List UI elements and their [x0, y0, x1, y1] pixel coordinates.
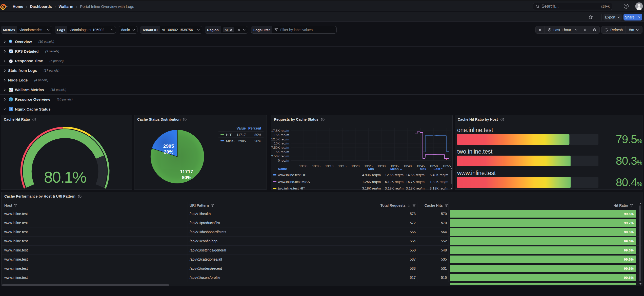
- svg-text:5K req/m: 5K req/m: [276, 150, 289, 154]
- svg-text:two.inline.test: two.inline.test: [457, 148, 493, 155]
- svg-text:14.5K req/m: 14.5K req/m: [406, 173, 425, 177]
- svg-text:80.4: 80.4: [616, 176, 637, 189]
- svg-text:Max: Max: [420, 167, 427, 171]
- svg-text:80.3: 80.3: [616, 154, 637, 167]
- svg-text:www.inline.test MISS: www.inline.test MISS: [278, 180, 310, 184]
- svg-text:6.12K req/m: 6.12K req/m: [385, 180, 404, 184]
- svg-text:20%: 20%: [164, 149, 173, 155]
- svg-text:%: %: [637, 181, 642, 187]
- svg-text:1.32K req/m: 1.32K req/m: [430, 180, 448, 184]
- svg-text:2905: 2905: [163, 143, 174, 149]
- svg-text:11717: 11717: [180, 169, 193, 174]
- svg-text:Min: Min: [368, 167, 374, 171]
- svg-text:4.93K req/m: 4.93K req/m: [362, 173, 381, 177]
- svg-text:17.5K req/m: 17.5K req/m: [271, 129, 289, 133]
- svg-text:16.7K req/m: 16.7K req/m: [406, 180, 425, 184]
- svg-text:80.1%: 80.1%: [44, 168, 86, 186]
- svg-text:15K req/m: 15K req/m: [274, 133, 289, 137]
- svg-text:5.40K req/m: 5.40K req/m: [430, 173, 448, 177]
- svg-text:7.50K req/m: 7.50K req/m: [271, 146, 289, 150]
- svg-text:two.inline.test HIT: two.inline.test HIT: [278, 186, 305, 189]
- svg-text:one.inline.test: one.inline.test: [457, 127, 493, 133]
- svg-text:11717: 11717: [236, 133, 246, 137]
- svg-text:3.18K req/m: 3.18K req/m: [362, 186, 381, 189]
- svg-text:HIT: HIT: [226, 133, 232, 137]
- svg-text:80%: 80%: [182, 175, 191, 180]
- svg-text:1.25K req/m: 1.25K req/m: [362, 180, 381, 184]
- svg-text:13:55: 13:55: [442, 164, 451, 168]
- svg-text:Name: Name: [278, 167, 287, 171]
- svg-text:13:10: 13:10: [325, 164, 334, 168]
- svg-text:MISS: MISS: [226, 139, 234, 143]
- svg-text:www.inline.test: www.inline.test: [457, 170, 496, 176]
- svg-text:2905: 2905: [238, 139, 246, 143]
- svg-text:13:00: 13:00: [299, 164, 308, 168]
- svg-text:www.inline.test HIT: www.inline.test HIT: [278, 173, 307, 177]
- svg-text:3.18K req/m: 3.18K req/m: [406, 186, 425, 189]
- svg-text:20%: 20%: [254, 139, 261, 143]
- svg-text:%: %: [637, 159, 642, 166]
- svg-text:10K req/m: 10K req/m: [274, 141, 289, 145]
- svg-text:12.5K req/m: 12.5K req/m: [271, 137, 289, 141]
- svg-text:12.6K req/m: 12.6K req/m: [385, 173, 404, 177]
- svg-text:13:05: 13:05: [312, 164, 320, 168]
- svg-text:2.50K req/m: 2.50K req/m: [271, 154, 289, 158]
- svg-text:Percent: Percent: [248, 126, 261, 130]
- svg-text:Value: Value: [236, 126, 246, 130]
- svg-text:13:30: 13:30: [377, 164, 386, 168]
- svg-text:Mean: Mean: [390, 167, 399, 171]
- svg-text:3.18K req/m: 3.18K req/m: [385, 186, 404, 189]
- svg-text:%: %: [637, 138, 642, 144]
- svg-text:79.5: 79.5: [616, 133, 637, 146]
- svg-text:3.18K req/m: 3.18K req/m: [430, 186, 448, 189]
- svg-text:Last *: Last *: [434, 167, 443, 171]
- svg-text:13:20: 13:20: [351, 164, 360, 168]
- svg-text:13:15: 13:15: [338, 164, 347, 168]
- svg-text:80%: 80%: [254, 133, 261, 137]
- svg-text:0 req/m: 0 req/m: [278, 159, 289, 162]
- svg-text:13:40: 13:40: [404, 164, 412, 168]
